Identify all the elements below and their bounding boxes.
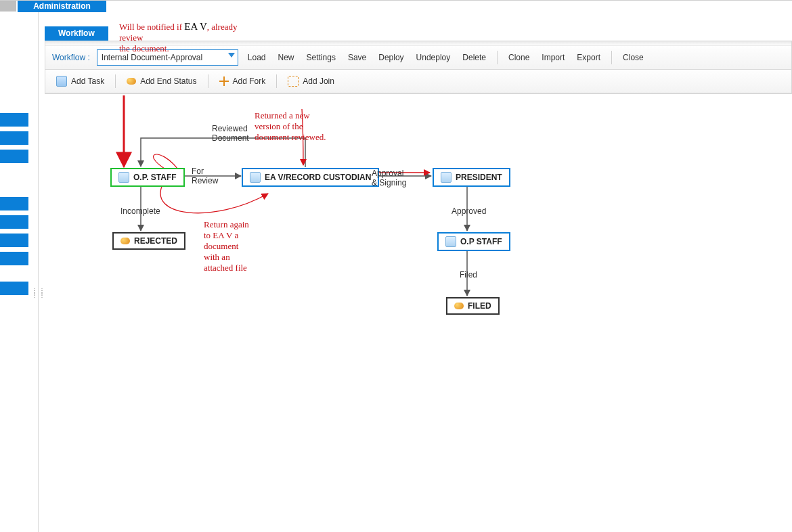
node-op-staff-2[interactable]: O.P STAFF — [437, 232, 510, 251]
page-root: ⋮⋮⋮⋮⋮⋮ Administration Workflow Workflow … — [0, 0, 792, 532]
edge-label-for-review: ForReview — [192, 167, 218, 185]
edge-label-approval: Approval& Signing — [372, 169, 406, 187]
separator — [115, 74, 116, 88]
side-button-4[interactable] — [0, 197, 28, 210]
drag-handle-icon[interactable]: ⋮⋮⋮⋮⋮⋮ — [31, 290, 46, 296]
node-filed[interactable]: FILED — [446, 297, 500, 315]
end-status-icon — [454, 303, 464, 309]
edge-label-reviewed: ReviewedDocument — [212, 124, 249, 143]
load-button[interactable]: Load — [245, 53, 269, 62]
task-icon — [56, 76, 67, 87]
node-label: FILED — [468, 301, 491, 311]
side-button-8[interactable] — [0, 282, 28, 295]
add-task-button[interactable]: Add Task — [52, 76, 108, 87]
node-ea-v-record-custodian[interactable]: EA V/RECORD CUSTODIAN — [242, 168, 379, 187]
annotation-return-again: Return again to EA V a document with an … — [204, 219, 249, 273]
end-status-icon — [127, 78, 136, 85]
delete-button[interactable]: Delete — [460, 53, 489, 62]
add-join-button[interactable]: Add Join — [284, 76, 338, 87]
toolbar-secondary: Add Task Add End Status Add Fork Add Joi… — [45, 70, 791, 93]
edge-label-incomplete: Incomplete — [120, 206, 160, 216]
save-button[interactable]: Save — [345, 53, 369, 62]
task-icon — [445, 236, 456, 247]
node-president[interactable]: PRESIDENT — [433, 168, 510, 187]
side-button-3[interactable] — [0, 150, 28, 163]
workflow-select-value: Internal Document-Approval — [102, 53, 202, 62]
side-button-7[interactable] — [0, 252, 28, 265]
separator — [497, 51, 498, 64]
left-grey-handle[interactable] — [0, 1, 16, 12]
workflow-label: Workflow : — [52, 53, 90, 62]
separator — [208, 74, 208, 88]
left-stripe: ⋮⋮⋮⋮⋮⋮ — [0, 1, 34, 532]
task-icon — [250, 172, 261, 183]
vertical-divider — [38, 1, 39, 532]
tab-workflow[interactable]: Workflow — [45, 26, 108, 41]
end-status-icon — [120, 238, 130, 244]
separator — [611, 51, 612, 64]
node-label: O.P STAFF — [460, 237, 502, 246]
import-button[interactable]: Import — [539, 53, 567, 62]
add-fork-button[interactable]: Add Fork — [215, 76, 270, 86]
node-label: EA V/RECORD CUSTODIAN — [265, 173, 371, 182]
edge-label-filed: Filed — [460, 270, 477, 280]
annotation-notify: Will be notified if EA V, already review… — [119, 21, 248, 54]
settings-button[interactable]: Settings — [304, 53, 338, 62]
export-button[interactable]: Export — [574, 53, 603, 62]
edges-overlay — [45, 95, 792, 515]
node-label: PRESIDENT — [456, 173, 502, 182]
node-label: O.P. STAFF — [133, 173, 177, 182]
add-task-label: Add Task — [71, 76, 104, 86]
task-icon — [441, 172, 452, 183]
side-button-1[interactable] — [0, 113, 28, 127]
task-icon — [118, 172, 129, 183]
node-op-staff[interactable]: O.P. STAFF — [110, 168, 185, 187]
node-label: REJECTED — [134, 236, 177, 246]
undeploy-button[interactable]: Undeploy — [414, 53, 454, 62]
node-rejected[interactable]: REJECTED — [112, 232, 185, 250]
join-icon — [288, 76, 299, 87]
side-button-6[interactable] — [0, 234, 28, 247]
fork-icon — [219, 76, 229, 86]
add-end-status-label: Add End Status — [140, 76, 196, 86]
clone-button[interactable]: Clone — [506, 53, 532, 62]
separator — [276, 74, 277, 88]
side-button-5[interactable] — [0, 215, 28, 229]
workflow-canvas[interactable]: O.P. STAFF EA V/RECORD CUSTODIAN PRESIDE… — [45, 95, 792, 515]
side-button-2[interactable] — [0, 131, 28, 145]
annotation-returned: Returned a new version of the document r… — [255, 110, 326, 143]
tab-administration[interactable]: Administration — [18, 1, 106, 12]
close-button[interactable]: Close — [620, 53, 646, 62]
edge-label-approved: Approved — [452, 206, 486, 216]
new-button[interactable]: New — [276, 53, 297, 62]
deploy-button[interactable]: Deploy — [376, 53, 406, 62]
add-join-label: Add Join — [303, 76, 334, 86]
add-fork-label: Add Fork — [233, 76, 266, 86]
add-end-status-button[interactable]: Add End Status — [123, 76, 200, 86]
